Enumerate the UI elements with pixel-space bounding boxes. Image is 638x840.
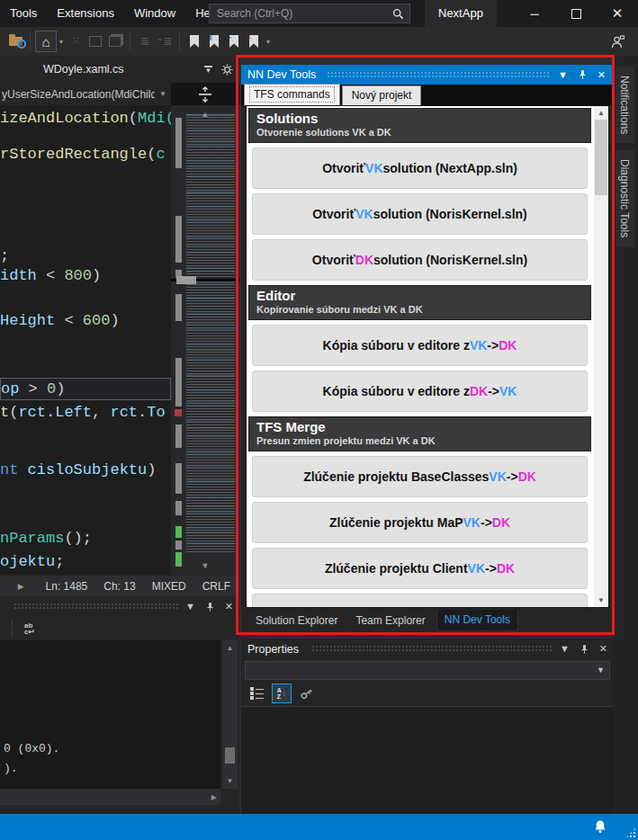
nn-command-button[interactable]: Kópia súboru v editore z VK -> DK [252,325,588,366]
notifications-bell-button[interactable] [593,819,607,835]
copy-frame-icon [109,36,121,47]
document-tab[interactable]: WDoyle.xaml.cs [43,63,124,76]
next-bookmark-button[interactable]: ▶ [224,31,244,51]
output-horizontal-scrollbar[interactable]: ▶ [0,789,220,805]
nn-tab-strip: TFS commandsNový projekt [241,85,612,105]
titlebar-drag-dots [327,71,551,79]
nn-dev-tools-panel: NN Dev Tools ▼ ✕ TFS commandsNový projek… [241,65,612,632]
section-subtitle: Kopírovanie súboru medzi VK a DK [256,304,583,316]
line-indicator: Ln: 1485 [46,580,88,593]
dock-tab-team-explorer[interactable]: Team Explorer [348,610,432,631]
scroll-up-icon[interactable]: ▲ [222,644,238,652]
nn-command-button[interactable]: Zlúčenie projektu Core VK -> DK [252,594,588,607]
nn-command-button[interactable]: Otvoriť VK solution (NorisKernel.sln) [252,193,588,235]
side-tab-diagnostic-tools[interactable]: Diagnostic Tools [616,150,634,246]
navigate-home-button[interactable]: ⌂ [35,31,57,52]
nn-sections: SolutionsOtvorenie solutions VK a DKOtvo… [247,106,593,607]
property-pages-key-icon[interactable] [295,682,318,704]
close-icon[interactable]: ✕ [598,70,606,80]
section-subtitle: Presun zmien projektu medzi VK a DK [256,435,583,447]
dock-tab-nn-dev-tools[interactable]: NN Dev Tools [436,610,518,631]
dock-tab-solution-explorer[interactable]: Solution Explorer [248,610,345,631]
close-icon[interactable]: ✕ [599,644,607,654]
nn-command-button[interactable]: Otvoriť VK solution (NextApp.sln) [252,147,588,189]
scroll-up-icon[interactable]: ▲ [594,109,608,117]
output-content[interactable]: 0 (0x0).). [0,640,220,789]
tab-strip-icons: ▼ [204,63,234,76]
menu-item-tools[interactable]: Tools [0,0,47,27]
output-panel: ▼ ✕ abc↩ 0 (0x0).). ▲ ▼ ▶ [0,596,239,814]
split-window-icon [198,86,212,103]
window-position-dropdown-icon[interactable]: ▼ [560,644,570,654]
maximize-button[interactable] [555,0,597,27]
scroll-right-icon[interactable]: ▶ [211,793,217,801]
minimize-button[interactable]: ─ [514,0,555,27]
scroll-down-icon[interactable]: ▼ [171,561,239,570]
object-selector-combobox[interactable]: ▼ [245,661,610,680]
properties-grid-empty [241,706,614,814]
nn-command-button[interactable]: Otvoriť DK solution (NorisKernel.sln) [252,239,588,281]
previous-bookmark-button[interactable]: ◀ [204,31,224,51]
tab-nov-projekt[interactable]: Nový projekt [342,85,422,105]
chevron-down-icon: ▼ [597,666,605,675]
nn-vertical-scrollbar[interactable]: ▲ ▼ [594,106,608,607]
code-editor[interactable]: izeAndLocation(Mdi(rStoredRectangle(c;id… [0,105,171,576]
object-selector-row: ▼ [241,659,614,681]
hscroll-right-icon[interactable]: ▶ [18,582,24,591]
window-position-dropdown-icon[interactable]: ▼ [558,70,568,80]
nn-titlebar[interactable]: NN Dev Tools ▼ ✕ [241,65,612,85]
toolbar-overflow-dropdown[interactable]: ▾ [59,38,63,46]
output-toolbar: abc↩ [0,617,239,640]
pin-icon[interactable] [578,69,588,80]
minimap-change-marker [175,526,182,538]
editor-options-gear-icon[interactable] [220,63,234,76]
editor-status-strip: ▶ Ln: 1485 Ch: 13 MIXED CRLF [0,576,239,596]
folder-search-icon [9,37,22,46]
minimap-viewport-handle[interactable] [176,276,196,284]
properties-titlebar[interactable]: Properties ▼ ✕ [241,639,614,659]
scroll-down-icon[interactable]: ▼ [222,777,238,785]
close-button[interactable]: ✕ [597,0,638,27]
scrollbar-thumb[interactable] [225,747,235,764]
panel-title: NN Dev Tools [247,68,316,81]
alphabetical-sort-button[interactable]: AZ ↓ [272,684,292,703]
resize-grip[interactable] [625,827,636,838]
side-tab-notifications[interactable]: Notifications [616,67,634,143]
status-bar [0,814,638,840]
pin-icon[interactable] [205,602,215,612]
output-vertical-scrollbar[interactable]: ▲ ▼ [222,640,238,789]
search-icon[interactable] [392,8,404,20]
open-folder-search-button[interactable] [5,31,25,51]
pin-icon[interactable] [580,644,589,655]
section-header-tfs-merge: TFS MergePresun zmien projektu medzi VK … [248,416,591,451]
disabled-indent-right-button: ⁼≣ [155,31,175,51]
nn-command-button[interactable]: Zlúčenie projektu MaP VK -> DK [252,502,588,543]
categorized-view-icon[interactable] [250,687,265,700]
bookmark-next-icon: ▶ [229,35,238,48]
eol-indicator: CRLF [202,580,230,593]
close-icon[interactable]: ✕ [225,602,233,612]
editor-splitter-handle[interactable] [171,83,239,105]
search-input[interactable]: Search (Ctrl+Q) [209,4,410,23]
clear-bookmarks-button[interactable]: ✕ [244,31,264,51]
toggle-bookmark-button[interactable] [184,31,204,51]
nn-command-button[interactable]: Kópia súboru v editore z DK -> VK [252,371,588,412]
chevron-down-icon[interactable]: ▼ [155,90,171,98]
tab-tfs-commands[interactable]: TFS commands [244,84,340,105]
nn-command-button[interactable]: Zlúčenie projektu Client VK -> DK [252,548,588,589]
menu-item-extensions[interactable]: Extensions [47,0,124,27]
active-files-dropdown[interactable]: ▼ [204,66,212,73]
nn-command-button[interactable]: Zlúčenie projektu BaseClasses VK -> DK [252,456,588,497]
output-line: ). [4,759,220,779]
scroll-down-icon[interactable]: ▼ [594,596,608,604]
editor-minimap[interactable]: ▲ ▼ [171,105,239,576]
menu-item-window[interactable]: Window [124,0,185,27]
bookmark-overflow-dropdown[interactable]: ▾ [266,38,270,46]
scrollbar-thumb[interactable] [595,120,607,195]
output-titlebar[interactable]: ▼ ✕ [0,596,239,617]
word-wrap-icon[interactable]: abc↩ [24,622,34,635]
send-feedback-button[interactable] [610,34,625,49]
member-dropdown[interactable]: yUserSizeAndLocation(MdiChild [0,88,155,101]
minimap-marker [175,358,182,407]
window-position-dropdown-icon[interactable]: ▼ [185,602,195,612]
